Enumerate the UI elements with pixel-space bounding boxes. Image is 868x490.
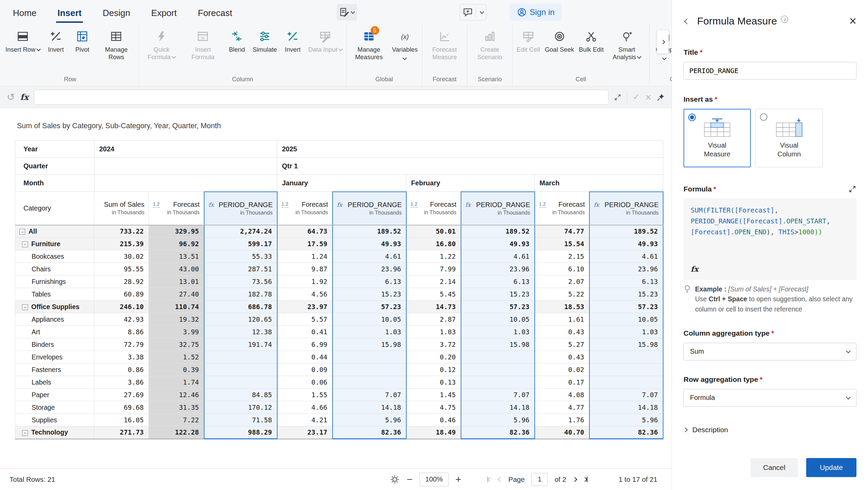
row-label-envelopes[interactable]: Envelopes (15, 351, 94, 364)
cell[interactable]: 182.78 (204, 288, 277, 301)
cell[interactable]: 1.03 (406, 326, 461, 338)
expand-icon[interactable] (614, 94, 621, 101)
row-label-technology[interactable]: −Technology (15, 426, 94, 439)
cell[interactable]: 4.61 (589, 250, 663, 263)
cell[interactable]: 57.23 (589, 301, 663, 313)
cell[interactable]: 0.46 (406, 414, 461, 426)
cell[interactable]: 6.10 (535, 263, 589, 275)
cell[interactable] (461, 376, 535, 389)
cell[interactable]: 23.96 (333, 263, 406, 275)
dim-value-2025[interactable]: 2025 (277, 141, 663, 158)
cell[interactable]: 50.01 (406, 225, 461, 238)
cell[interactable]: 191.74 (204, 338, 277, 351)
collapse-toggle-icon[interactable]: − (19, 229, 25, 235)
cell[interactable]: 0.41 (277, 326, 333, 338)
ribbon-button-simulate[interactable]: Simulate (250, 29, 279, 53)
cell[interactable]: 57.23 (461, 301, 535, 313)
cell[interactable]: 23.96 (461, 263, 535, 275)
tab-export[interactable]: Export (150, 2, 178, 23)
collapse-toggle-icon[interactable]: − (22, 304, 28, 310)
cell[interactable]: 49.93 (589, 238, 663, 250)
cell[interactable]: 1.45 (406, 389, 461, 401)
cell[interactable]: 5.96 (461, 414, 535, 426)
zoom-in-button[interactable]: + (456, 474, 462, 485)
cell[interactable]: 2.87 (406, 313, 461, 326)
expand-formula-icon[interactable] (848, 185, 856, 193)
cell[interactable] (589, 364, 663, 376)
tab-design[interactable]: Design (101, 2, 131, 23)
cell[interactable]: 7.99 (406, 263, 461, 275)
pin-icon[interactable] (657, 93, 665, 101)
cell[interactable]: 96.92 (149, 238, 204, 250)
option-visual-column[interactable]: Visual Column (756, 109, 823, 167)
cell[interactable] (461, 364, 535, 376)
cell[interactable]: 27.40 (149, 288, 204, 301)
ribbon-button-manage-measures[interactable]: 5Manage Measures (348, 29, 390, 61)
cell[interactable]: 0.43 (535, 326, 589, 338)
cell[interactable]: 6.99 (277, 338, 333, 351)
cell[interactable]: 7.07 (333, 389, 406, 401)
cell[interactable]: 15.23 (589, 288, 663, 301)
cell[interactable]: 0.02 (535, 364, 589, 376)
cell[interactable]: 1.03 (589, 326, 663, 338)
cell[interactable]: 4.08 (535, 389, 589, 401)
column-header-period-range-2[interactable]: fxPERIOD_RANGEin Thousands (204, 192, 277, 225)
cell[interactable]: 10.05 (589, 313, 663, 326)
ribbon-button-insert-formula[interactable]: Insert Formula (182, 29, 224, 61)
cell[interactable]: 43.00 (149, 263, 204, 275)
cell[interactable]: 32.75 (149, 338, 204, 351)
column-header-period-range-4[interactable]: fxPERIOD_RANGEin Thousands (333, 192, 406, 225)
cell[interactable]: 40.70 (535, 426, 589, 439)
cell[interactable]: 4.21 (277, 414, 333, 426)
cell[interactable] (204, 364, 277, 376)
cell[interactable]: 1.55 (277, 389, 333, 401)
row-label-supplies[interactable]: Supplies (15, 414, 94, 426)
cell[interactable]: 84.85 (204, 389, 277, 401)
cell[interactable] (589, 376, 663, 389)
cell[interactable]: 18.49 (406, 426, 461, 439)
cancel-icon[interactable]: × (645, 91, 651, 103)
previous-page-button[interactable] (498, 478, 502, 481)
row-label-labels[interactable]: Labels (15, 376, 94, 389)
cell[interactable]: 599.17 (204, 238, 277, 250)
ribbon-button-create-scenario[interactable]: Create Scenario (469, 29, 511, 61)
cell[interactable]: 686.78 (204, 301, 277, 313)
cell[interactable]: 28.92 (94, 275, 149, 288)
cell[interactable]: 5.22 (535, 288, 589, 301)
cell[interactable]: 14.18 (589, 401, 663, 414)
cell[interactable]: 3.99 (149, 326, 204, 338)
cell[interactable]: 1.03 (333, 326, 406, 338)
ribbon-button-insert-row[interactable]: Insert Row (3, 29, 42, 53)
title-field-input[interactable] (684, 62, 856, 80)
cell[interactable]: 287.51 (204, 263, 277, 275)
row-label-binders[interactable]: Binders (15, 338, 94, 351)
row-label-tables[interactable]: Tables (15, 288, 94, 301)
cell[interactable] (204, 376, 277, 389)
cell[interactable]: 30.02 (94, 250, 149, 263)
cell[interactable]: 733.22 (94, 225, 149, 238)
ribbon-button-invert[interactable]: Invert (42, 29, 69, 53)
tab-home[interactable]: Home (12, 2, 38, 23)
cell[interactable]: 2,274.24 (204, 225, 277, 238)
cell[interactable]: 95.55 (94, 263, 149, 275)
cell[interactable]: 0.20 (406, 351, 461, 364)
cell[interactable]: 0.06 (277, 376, 333, 389)
cell[interactable]: 170.12 (204, 401, 277, 414)
collapse-toggle-icon[interactable]: − (22, 430, 28, 436)
description-toggle[interactable]: Description (684, 426, 856, 434)
cancel-button[interactable]: Cancel (750, 458, 798, 477)
row-label-appliances[interactable]: Appliances (15, 313, 94, 326)
column-header-forecast-5[interactable]: 1.2Forecastin Thousands (406, 192, 461, 225)
cell[interactable]: 215.39 (94, 238, 149, 250)
cell[interactable]: 27.69 (94, 389, 149, 401)
cell[interactable]: 49.93 (333, 238, 406, 250)
formula-input[interactable] (34, 90, 608, 105)
cell[interactable]: 4.61 (333, 250, 406, 263)
cell[interactable]: 71.58 (204, 414, 277, 426)
row-label-fasteners[interactable]: Fasteners (15, 364, 94, 376)
ribbon-button-goal-seek[interactable]: Goal Seek (542, 29, 576, 53)
row-label-bookcases[interactable]: Bookcases (15, 250, 94, 263)
cell[interactable]: 10.05 (333, 313, 406, 326)
ribbon-button-manage-rows[interactable]: Manage Rows (95, 29, 137, 61)
cell[interactable]: 1.92 (277, 275, 333, 288)
